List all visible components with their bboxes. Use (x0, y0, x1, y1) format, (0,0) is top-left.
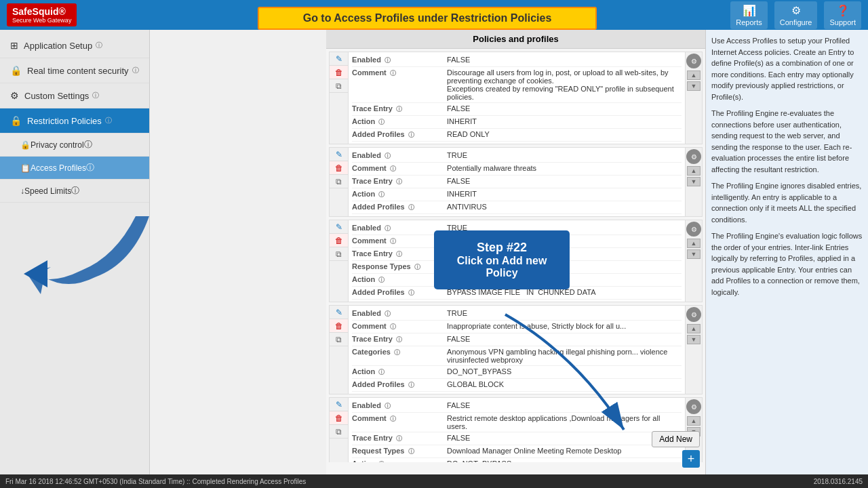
scroll-down-button[interactable]: ▼ (687, 177, 701, 186)
policy-row: ✎ 🗑 ⧉ Enabled ⓘ FALSE Comment ⓘ (329, 397, 703, 462)
reports-label: Reports (736, 18, 762, 26)
configure-button[interactable]: ⚙ Configure (774, 1, 818, 29)
right-panel-text4: The Profiling Engine's evaluation logic … (711, 230, 863, 298)
support-button[interactable]: ❓ Support (824, 1, 861, 29)
enabled-field: Enabled ⓘ TRUE (352, 308, 682, 321)
support-icon: ❓ (836, 4, 850, 17)
sidebar-item-label: Privacy control (31, 140, 84, 150)
request-types-field: Request Types ⓘ Download Manager Online … (352, 445, 682, 458)
sidebar-item-label: Custom Settings (24, 91, 89, 101)
scroll-down-button[interactable]: ▼ (687, 81, 701, 91)
row-actions: ✎ 🗑 ⧉ (330, 220, 349, 302)
policy-fields: Enabled ⓘ FALSE Comment ⓘ Discourage all… (349, 52, 685, 144)
instruction-banner: Go to Access Profiles under Restriction … (258, 7, 597, 30)
right-panel: Use Access Profiles to setup your Profil… (705, 30, 868, 488)
row-actions: ✎ 🗑 ⧉ (330, 52, 349, 144)
trace-field: Trace Entry ⓘ FALSE (352, 432, 682, 445)
settings-button[interactable]: ⚙ (686, 54, 701, 68)
delete-button[interactable]: 🗑 (330, 161, 348, 175)
sidebar-item-label: Real time content security (27, 66, 129, 76)
comment-field: Comment ⓘ Discourage all users from log … (352, 67, 682, 103)
copy-button[interactable]: ⧉ (330, 425, 348, 439)
scroll-up-button[interactable]: ▲ (687, 239, 701, 248)
right-panel-text2: The Profiling Engine re-evaluates the co… (711, 108, 863, 175)
sidebar-item-custom-settings[interactable]: ⚙ Custom Settings ⓘ (0, 83, 149, 108)
sidebar-item-privacy-control[interactable]: 🔒 Privacy control ⓘ (0, 134, 149, 157)
action-field: Action ⓘ INHERIT (352, 188, 682, 201)
edit-button[interactable]: ✎ (330, 220, 348, 234)
logo-text: SafeSquid® (12, 6, 66, 17)
comment-field: Comment ⓘ Potentially malware threats (352, 163, 682, 176)
settings-button[interactable]: ⚙ (686, 149, 701, 164)
version-text: 2018.0316.2145 (814, 478, 863, 485)
delete-button[interactable]: 🗑 (330, 66, 348, 79)
row-settings: ⚙ ▲ ▼ (685, 306, 702, 394)
copy-button[interactable]: ⧉ (330, 333, 348, 346)
privacy-icon: 🔒 (20, 140, 31, 150)
support-label: Support (829, 18, 856, 26)
action-field: Action ⓘ DO_NOT_BYPASS (352, 458, 682, 462)
policy-fields: Enabled ⓘ TRUE Comment ⓘ Potentially mal… (349, 148, 685, 216)
reports-button[interactable]: 📊 Reports (730, 1, 768, 29)
scroll-up-button[interactable]: ▲ (687, 416, 701, 426)
scroll-down-button[interactable]: ▼ (687, 249, 701, 259)
categories-field: Categories ⓘ Anonymous VPN gambling hack… (352, 346, 682, 366)
right-panel-text3: The Profiling Engine ignores disabled en… (711, 180, 863, 225)
logo: SafeSquid® Secure Web Gateway (7, 3, 77, 26)
delete-button[interactable]: 🗑 (330, 319, 348, 333)
delete-button[interactable]: 🗑 (330, 234, 348, 247)
application-setup-icon: ⊞ (10, 40, 18, 51)
edit-button[interactable]: ✎ (330, 52, 348, 66)
sidebar-item-speed-limits[interactable]: ↓ Speed Limits ⓘ (0, 180, 149, 203)
sidebar-item-label: Access Profiles (31, 163, 86, 173)
sidebar-item-realtime[interactable]: 🔒 Real time content security ⓘ (0, 58, 149, 83)
policy-fields: Enabled ⓘ TRUE Comment ⓘ Inappropriate c… (349, 306, 685, 394)
edit-button[interactable]: ✎ (330, 306, 348, 319)
add-plus-button[interactable]: + (682, 450, 700, 468)
restriction-icon: 🔒 (10, 115, 22, 126)
sidebar-item-label: Application Setup (24, 41, 92, 51)
comment-field: Comment ⓘ Inappropriate content is abuse… (352, 321, 682, 333)
scroll-up-button[interactable]: ▲ (687, 166, 701, 176)
help-icon: ⓘ (71, 185, 79, 197)
trace-field: Trace Entry ⓘ FALSE (352, 176, 682, 188)
configure-label: Configure (780, 18, 812, 26)
help-icon: ⓘ (92, 91, 99, 100)
policy-row: ✎ 🗑 ⧉ Enabled ⓘ FALSE Comment ⓘ (329, 52, 703, 144)
right-panel-text1: Use Access Profiles to setup your Profil… (711, 35, 863, 102)
help-icon: ⓘ (86, 162, 94, 174)
edit-button[interactable]: ✎ (330, 148, 348, 161)
enabled-field: Enabled ⓘ FALSE (352, 54, 682, 67)
sidebar-item-access-profiles[interactable]: 📋 Access Profiles ⓘ (0, 157, 149, 180)
step-title: Step #22 (448, 241, 556, 255)
enabled-field: Enabled ⓘ FALSE (352, 400, 682, 413)
settings-button[interactable]: ⚙ (686, 399, 701, 414)
sidebar-item-label: Restriction Policies (27, 116, 102, 126)
settings-button[interactable]: ⚙ (686, 222, 701, 237)
scroll-up-button[interactable]: ▲ (687, 70, 701, 80)
sidebar-item-application-setup[interactable]: ⊞ Application Setup ⓘ (0, 33, 149, 58)
help-icon: ⓘ (105, 116, 112, 125)
settings-button[interactable]: ⚙ (686, 307, 701, 322)
added-profiles-field: Added Profiles ⓘ GLOBAL BLOCK (352, 379, 682, 392)
sidebar-item-restriction-policies[interactable]: 🔒 Restriction Policies ⓘ (0, 108, 149, 134)
copy-button[interactable]: ⧉ (330, 175, 348, 188)
status-text: Fri Mar 16 2018 12:46:52 GMT+0530 (India… (5, 478, 306, 485)
row-actions: ✎ 🗑 ⧉ (330, 148, 349, 216)
scroll-up-button[interactable]: ▲ (687, 324, 701, 333)
policy-row: ✎ 🗑 ⧉ Enabled ⓘ TRUE Comment ⓘ (329, 147, 703, 217)
trace-field: Trace Entry ⓘ FALSE (352, 103, 682, 116)
header: SafeSquid® Secure Web Gateway Go to Acce… (0, 0, 868, 30)
row-settings: ⚙ ▲ ▼ (685, 220, 702, 302)
row-settings: ⚙ ▲ ▼ (685, 148, 702, 216)
delete-button[interactable]: 🗑 (330, 411, 348, 425)
add-new-button[interactable]: Add New (652, 431, 700, 447)
step-callout: Step #22 Click on Add new Policy (434, 230, 570, 289)
scroll-down-button[interactable]: ▼ (687, 335, 701, 344)
action-field: Action ⓘ DO_NOT_BYPASS (352, 366, 682, 379)
row-actions: ✎ 🗑 ⧉ (330, 306, 349, 394)
edit-button[interactable]: ✎ (330, 398, 348, 411)
copy-button[interactable]: ⧉ (330, 79, 348, 93)
help-icon: ⓘ (84, 139, 92, 150)
copy-button[interactable]: ⧉ (330, 247, 348, 261)
